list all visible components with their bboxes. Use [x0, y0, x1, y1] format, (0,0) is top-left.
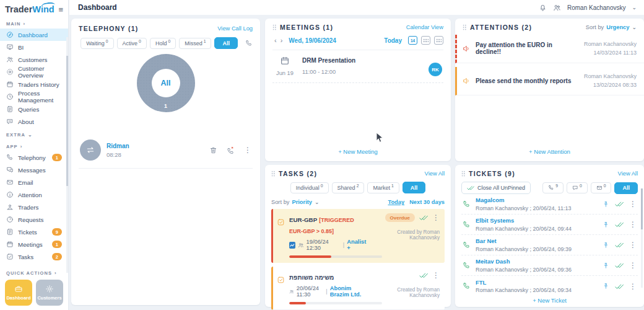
task-item[interactable]: EUR-GBP[TRIGGERED EUR-GBP > 0.85] 19/06/… [271, 209, 445, 263]
ticket-name[interactable]: Meitav Dash [476, 258, 572, 265]
pin-icon[interactable] [603, 262, 609, 269]
sidebar-section-quick-actions[interactable]: QUICK ACTIONS› [0, 263, 68, 278]
avatar[interactable]: RK [429, 63, 442, 76]
sidebar-item-messages[interactable]: Messages [0, 164, 68, 176]
calendar-view-link[interactable]: Calendar View [406, 24, 443, 30]
chip-phone-tickets[interactable]: 9 [542, 182, 564, 193]
new-meeting-link[interactable]: + New Meeting [272, 146, 443, 156]
users-icon[interactable] [553, 4, 561, 12]
sidebar-item-queries[interactable]: Queries [0, 103, 68, 115]
trash-icon[interactable] [209, 146, 217, 154]
done-all-icon[interactable] [615, 241, 624, 249]
chip-individual[interactable]: Individual0 [290, 182, 329, 193]
view-call-log-link[interactable]: View Call Log [217, 25, 253, 32]
sidebar-item-attention[interactable]: Attention [0, 188, 68, 201]
chip-email-tickets[interactable]: 0 [591, 182, 612, 193]
new-attention-link[interactable]: + New Attention [463, 146, 637, 156]
done-all-icon[interactable] [615, 220, 624, 229]
chip-hold[interactable]: Hold0 [150, 38, 176, 49]
sidebar-item-customer-overview[interactable]: Customer Overview [0, 66, 68, 78]
ticket-name[interactable]: Elbit Systems [476, 217, 572, 224]
ticket-item[interactable]: Meitav DashRoman Kachanovsky ; 20/06/24,… [461, 255, 638, 276]
done-all-icon[interactable] [615, 200, 624, 208]
sidebar-item-tickets[interactable]: Tickets 9 [0, 226, 68, 238]
pin-icon[interactable] [603, 201, 609, 208]
ticket-item[interactable]: Bar NetRoman Kachanovsky ; 20/06/24, 09:… [461, 235, 638, 255]
ticket-item[interactable]: FTLRoman Kachanovsky ; 20/06/24, 09:34 ⋮ [461, 276, 638, 296]
day-view-icon[interactable]: 14 [408, 36, 417, 45]
sidebar-item-bi[interactable]: BI [0, 41, 68, 53]
pin-icon[interactable] [603, 242, 609, 249]
more-menu-icon[interactable]: ⋮ [629, 200, 637, 208]
sidebar-item-tasks[interactable]: Tasks 2 [0, 250, 68, 263]
done-all-icon[interactable] [615, 261, 624, 270]
more-menu-icon[interactable]: ⋮ [244, 146, 251, 154]
tickets-view-all-link[interactable]: View All [618, 170, 638, 177]
sidebar-item-about[interactable]: About [0, 115, 68, 128]
tasks-view-all-link[interactable]: View All [425, 170, 445, 177]
sidebar-item-customers[interactable]: Customers [0, 53, 68, 66]
sidebar-item-telephony[interactable]: Telephony 1 [0, 151, 68, 164]
attention-item[interactable]: Pay attention the EURO in decline!! Roma… [455, 35, 644, 63]
chevron-down-icon[interactable]: ⌄ [632, 4, 637, 11]
chip-shared[interactable]: Shared2 [332, 182, 365, 193]
chevron-down-icon[interactable]: ⌄ [315, 199, 320, 205]
call-list-item[interactable]: Ridman 08:28 ⋮ [79, 140, 253, 169]
sidebar-item-dashboard[interactable]: Dashboard [0, 29, 68, 41]
user-menu[interactable]: Roman Kachanovsky [567, 4, 626, 11]
sidebar-item-traders-history[interactable]: Traders History [0, 78, 68, 91]
sidebar-item-process-management[interactable]: Process Management [0, 91, 68, 103]
chip-chat-tickets[interactable]: 0 [567, 182, 588, 193]
done-all-icon[interactable] [419, 271, 428, 280]
more-menu-icon[interactable]: ⋮ [432, 272, 440, 279]
tickets-scrollbar[interactable] [641, 188, 643, 288]
task-item[interactable]: משימה משותפת 20/06/24 11:30 | Abonim Bra… [271, 267, 445, 310]
chip-missed[interactable]: Missed1 [179, 38, 211, 49]
bell-icon[interactable] [539, 4, 547, 12]
ticket-name[interactable]: FTL [476, 279, 572, 286]
sidebar-section-main[interactable]: MAIN› [0, 17, 68, 29]
attention-item[interactable]: Please send the monthly reports Roman Ka… [455, 67, 644, 95]
caller-name[interactable]: Ridman [107, 143, 129, 149]
ticket-item[interactable]: MagalcomRoman Kachanovsky ; 20/06/24, 11… [461, 194, 638, 215]
prev-day-icon[interactable]: ‹ [272, 37, 279, 44]
sort-by-value[interactable]: Priority [292, 199, 312, 205]
more-menu-icon[interactable]: ⋮ [629, 241, 637, 249]
chip-all[interactable]: All [402, 182, 426, 193]
sidebar-item-meetings[interactable]: Meetings 1 [0, 238, 68, 250]
close-all-unpinned-button[interactable]: Close All UnPinned [461, 182, 531, 194]
phone-icon[interactable] [245, 40, 253, 47]
sidebar-section-extra[interactable]: EXTRA⌄ [0, 128, 68, 140]
sort-by-value[interactable]: Urgency [606, 24, 629, 30]
today-link[interactable]: Today [384, 37, 402, 44]
done-all-icon[interactable] [615, 282, 624, 291]
sidebar-item-requests[interactable]: Requests [0, 213, 68, 226]
more-menu-icon[interactable]: ⋮ [629, 221, 637, 228]
task-checkbox-icon[interactable] [277, 218, 285, 226]
more-menu-icon[interactable]: ⋮ [432, 214, 440, 221]
sidebar-item-traders[interactable]: Traders [0, 201, 68, 213]
quick-action-customers[interactable]: Customers [36, 280, 63, 306]
menu-icon[interactable]: ≡ [58, 6, 63, 14]
chip-waiting[interactable]: Waiting0 [80, 38, 113, 49]
task-assignee[interactable]: Analist + [347, 239, 368, 251]
meetings-date[interactable]: Wed, 19/06/2024 [289, 37, 336, 44]
quick-action-dashboard[interactable]: Dashboard [5, 280, 32, 306]
ticket-item[interactable]: Elbit SystemsRoman Kachanovsky ; 20/06/2… [461, 215, 638, 235]
range-next-link[interactable]: Next 30 days [409, 199, 445, 205]
ticket-name[interactable]: Bar Net [476, 237, 572, 244]
task-assignee[interactable]: Abonim Brazim Ltd. [330, 285, 368, 298]
new-ticket-link[interactable]: + New Ticket [461, 296, 638, 304]
done-all-icon[interactable] [419, 213, 428, 222]
drag-handle-icon[interactable] [272, 24, 276, 30]
week-view-icon[interactable] [421, 36, 430, 45]
sidebar-section-app[interactable]: APP› [0, 140, 68, 151]
sidebar-scrollbar[interactable] [66, 37, 68, 273]
chip-all[interactable]: All [614, 182, 638, 194]
drag-handle-icon[interactable] [271, 170, 275, 177]
chip-all[interactable]: All [214, 37, 238, 49]
more-menu-icon[interactable]: ⋮ [629, 283, 637, 290]
pin-icon[interactable] [603, 221, 609, 228]
more-menu-icon[interactable]: ⋮ [629, 262, 637, 269]
ticket-name[interactable]: Magalcom [476, 197, 571, 203]
